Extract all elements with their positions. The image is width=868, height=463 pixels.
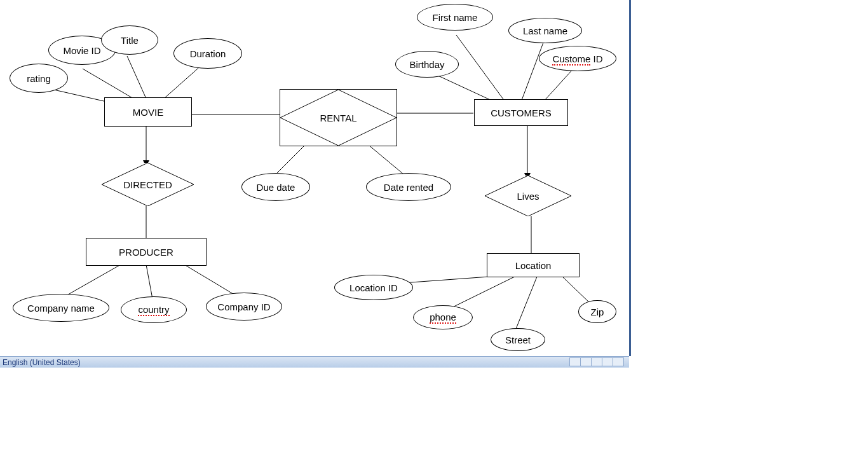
view-buttons <box>570 357 624 366</box>
attr-company-name-label: Company name <box>27 303 95 314</box>
attr-phone-label: phone <box>430 312 456 324</box>
attr-rating-label: rating <box>27 73 51 84</box>
attr-company-id: Company ID <box>206 293 282 321</box>
entity-producer: PRODUCER <box>86 238 207 266</box>
attr-street-label: Street <box>505 335 531 345</box>
attr-date-rented: Date rented <box>366 173 451 201</box>
attr-rating: rating <box>10 64 68 93</box>
attr-title-label: Title <box>121 35 139 46</box>
svg-line-1 <box>83 69 133 99</box>
attr-birthday-label: Birthday <box>409 59 444 70</box>
relationship-rental: RENTAL <box>280 89 397 146</box>
relationship-directed-label: DIRECTED <box>123 179 172 190</box>
entity-customers: CUSTOMERS <box>474 99 568 126</box>
svg-line-12 <box>146 265 153 299</box>
attr-last-name-label: Last name <box>523 25 567 36</box>
attr-company-name: Company name <box>13 294 109 322</box>
status-bar: English (United States) <box>0 356 629 368</box>
diagram-canvas: MOVIE rating Movie ID Title Duration REN… <box>0 0 631 356</box>
relationship-rental-label: RENTAL <box>320 113 356 123</box>
attr-location-id: Location ID <box>334 275 413 300</box>
attr-due-date-label: Due date <box>257 182 295 193</box>
svg-line-7 <box>369 145 407 177</box>
relationship-directed: DIRECTED <box>102 163 194 206</box>
entity-movie-label: MOVIE <box>133 107 163 118</box>
attr-title: Title <box>101 25 158 55</box>
draft-view-button[interactable] <box>613 357 624 366</box>
svg-line-15 <box>456 35 505 102</box>
attr-country-label: country <box>138 304 169 316</box>
entity-movie: MOVIE <box>104 97 192 127</box>
entity-producer-label: PRODUCER <box>119 247 173 258</box>
svg-line-2 <box>127 56 146 99</box>
relationship-lives: Lives <box>485 176 571 216</box>
attr-due-date: Due date <box>241 173 310 201</box>
attr-movie-id-label: Movie ID <box>63 45 100 56</box>
entity-location: Location <box>487 253 580 277</box>
web-layout-view-button[interactable] <box>591 357 602 366</box>
svg-line-23 <box>515 277 537 332</box>
svg-line-3 <box>164 64 203 99</box>
attr-duration-label: Duration <box>190 48 226 59</box>
attr-zip: Zip <box>578 300 616 323</box>
attr-zip-label: Zip <box>591 307 604 317</box>
entity-customers-label: CUSTOMERS <box>491 107 552 118</box>
outline-view-button[interactable] <box>602 357 613 366</box>
svg-line-17 <box>543 67 575 102</box>
svg-line-24 <box>562 277 591 304</box>
attr-date-rented-label: Date rented <box>384 182 433 193</box>
svg-line-6 <box>273 145 305 177</box>
attr-company-id-label: Company ID <box>217 301 270 312</box>
entity-location-label: Location <box>515 260 552 271</box>
svg-line-16 <box>521 43 543 102</box>
attr-first-name-label: First name <box>433 12 478 23</box>
attr-first-name: First name <box>417 4 493 31</box>
print-layout-view-button[interactable] <box>569 357 581 366</box>
status-language: English (United States) <box>0 358 81 367</box>
attr-phone: phone <box>413 305 473 329</box>
attr-custome-id-label: Custome ID <box>552 53 602 64</box>
attr-street: Street <box>491 328 545 351</box>
relationship-lives-label: Lives <box>517 191 539 202</box>
attr-birthday: Birthday <box>395 51 459 78</box>
attr-country: country <box>121 296 187 323</box>
full-screen-reading-view-button[interactable] <box>580 357 592 366</box>
attr-location-id-label: Location ID <box>349 282 398 293</box>
attr-custome-id: Custome ID <box>539 46 616 71</box>
attr-last-name: Last name <box>508 18 582 43</box>
attr-duration: Duration <box>173 38 242 69</box>
